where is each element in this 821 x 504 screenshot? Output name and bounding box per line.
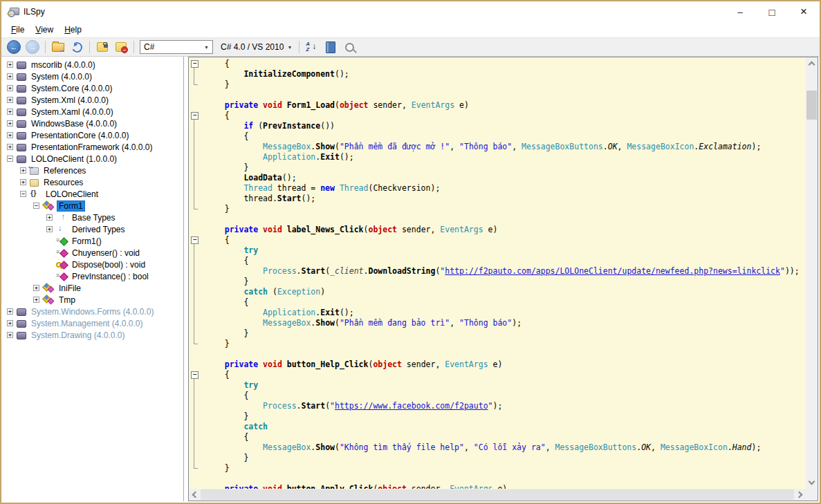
search-button[interactable] — [341, 39, 358, 55]
code-line: − { — [189, 111, 806, 121]
forward-button[interactable]: → — [24, 39, 41, 55]
expand-icon[interactable]: + — [7, 308, 13, 315]
sort-assemblies-button[interactable]: AZ↓ — [304, 39, 320, 55]
menu-help[interactable]: Help — [59, 23, 87, 37]
vertical-scrollbar-thumb[interactable] — [806, 91, 817, 120]
tree-item[interactable]: +PresentationCore (4.0.0.0) — [3, 129, 183, 141]
expand-icon[interactable]: + — [33, 285, 39, 291]
code-text: { — [205, 131, 248, 142]
expand-icon[interactable]: + — [7, 97, 13, 103]
code-text: { — [205, 59, 230, 69]
expand-icon[interactable]: + — [7, 332, 13, 338]
tree-item[interactable]: +Dispose(bool) : void — [3, 259, 183, 270]
tree-item[interactable]: +System (4.0.0.0) — [3, 71, 183, 82]
tree-item[interactable]: +Tmp — [3, 294, 183, 306]
code-line: Application.Exit(); — [189, 152, 806, 162]
refresh-icon — [70, 40, 83, 53]
tree-item-label: System.Xaml (4.0.0.0) — [29, 106, 116, 118]
fold-gutter — [189, 453, 205, 463]
code-line: MessageBox.Show("Phần mềm đang bảo trì",… — [189, 318, 806, 328]
tree-item[interactable]: +Base Types — [3, 212, 183, 223]
language-select[interactable]: C# ▼ — [140, 40, 213, 54]
tree-item[interactable]: +PresentationFramework (4.0.0.0) — [3, 141, 183, 153]
close-button[interactable]: × — [788, 1, 820, 22]
code-text: { — [205, 111, 230, 121]
expand-icon[interactable]: + — [7, 109, 13, 115]
horizontal-scrollbar[interactable] — [189, 489, 806, 501]
code-text: { — [205, 235, 230, 245]
tree-item[interactable]: +System.Core (4.0.0.0) — [3, 82, 183, 94]
maximize-button[interactable]: □ — [756, 1, 788, 22]
decompiled-code-view[interactable]: − { InitializeComponent(); } private voi… — [189, 57, 806, 489]
tree-item[interactable]: +PrevInstance() : bool — [3, 270, 183, 282]
remove-assembly-button[interactable] — [113, 39, 129, 55]
fold-marker[interactable]: − — [189, 59, 205, 69]
expand-icon[interactable]: + — [7, 144, 13, 150]
open-file-button[interactable] — [50, 39, 66, 55]
tree-item[interactable]: −LOLOneClient — [3, 188, 183, 200]
back-button[interactable]: ← — [6, 39, 22, 55]
tree-item[interactable]: +mscorlib (4.0.0.0) — [3, 59, 183, 71]
full-decompile-button[interactable] — [322, 39, 339, 55]
tree-item[interactable]: −LOLOneClient (1.0.0.0) — [3, 153, 183, 165]
tree-item[interactable]: +Resources — [3, 176, 183, 188]
expand-icon[interactable]: + — [7, 120, 13, 127]
open-list-button[interactable] — [94, 39, 111, 55]
tree-item[interactable]: +System.Windows.Forms (4.0.0.0) — [3, 306, 183, 317]
fold-marker[interactable]: − — [189, 111, 205, 121]
scroll-left-icon[interactable] — [192, 492, 199, 498]
code-text: } — [205, 463, 230, 474]
expand-icon[interactable]: + — [20, 179, 26, 185]
fold-gutter — [189, 411, 205, 422]
fold-marker[interactable]: − — [189, 370, 205, 380]
reload-assemblies-button[interactable] — [68, 39, 85, 55]
tree-item[interactable]: +IniFile — [3, 282, 183, 294]
expand-icon[interactable]: + — [7, 73, 13, 80]
assembly-tree[interactable]: +mscorlib (4.0.0.0)+System (4.0.0.0)+Sys… — [3, 57, 184, 501]
hyperlink[interactable]: https://www.facebook.com/f2pauto — [335, 401, 488, 411]
expand-icon[interactable]: + — [20, 167, 26, 174]
references-icon — [30, 167, 39, 175]
tree-item[interactable]: +System.Xaml (4.0.0.0) — [3, 106, 183, 118]
tree-item[interactable]: +Derived Types — [3, 223, 183, 235]
scroll-right-icon[interactable] — [796, 492, 803, 498]
tree-item-label: LOLOneClient (1.0.0.0) — [29, 153, 119, 165]
vertical-scrollbar[interactable] — [806, 57, 818, 489]
collapse-icon[interactable]: − — [20, 191, 26, 197]
tree-item-label: mscorlib (4.0.0.0) — [29, 59, 98, 71]
menu-view[interactable]: View — [30, 23, 59, 37]
horizontal-scrollbar-thumb[interactable] — [201, 489, 794, 500]
tree-item[interactable]: +System.Xml (4.0.0.0) — [3, 94, 183, 106]
scroll-up-icon[interactable] — [809, 62, 815, 68]
ctor-icon — [56, 236, 67, 245]
menu-file[interactable]: File — [6, 23, 30, 37]
expand-icon[interactable]: + — [46, 226, 53, 232]
language-version-select[interactable]: C# 4.0 / VS 2010 ▼ — [215, 40, 295, 54]
expand-icon[interactable]: + — [46, 214, 53, 221]
expand-icon[interactable]: + — [7, 62, 13, 68]
minimize-button[interactable]: – — [724, 1, 756, 22]
code-panel[interactable]: − { InitializeComponent(); } private voi… — [188, 57, 818, 501]
expand-icon[interactable]: + — [7, 132, 13, 138]
tree-item[interactable]: +References — [3, 165, 183, 176]
tree-item-label: WindowsBase (4.0.0.0) — [29, 118, 119, 129]
collapse-icon[interactable]: − — [7, 156, 13, 162]
tree-item[interactable]: +System.Management (4.0.0.0) — [3, 317, 183, 329]
scroll-down-icon[interactable] — [809, 478, 815, 485]
tree-item[interactable]: +Form1() — [3, 235, 183, 247]
fold-gutter — [189, 194, 205, 204]
tree-item[interactable]: +WindowsBase (4.0.0.0) — [3, 118, 183, 129]
tree-item[interactable]: −Form1 — [3, 200, 183, 212]
expand-icon[interactable]: + — [7, 85, 13, 91]
toolbar: ← → C# ▼ C# 4.0 / VS 2010 ▼ AZ↓ — [1, 37, 820, 57]
chevron-down-icon: ▼ — [287, 45, 292, 50]
app-logo-icon — [7, 7, 19, 17]
expand-icon[interactable]: + — [7, 320, 13, 326]
tree-item[interactable]: +Chuyenser() : void — [3, 247, 183, 259]
hyperlink[interactable]: http://f2pauto.com/apps/LOLOneClient/upd… — [445, 266, 780, 276]
tree-item-label: Resources — [41, 177, 85, 188]
tree-item[interactable]: +System.Drawing (4.0.0.0) — [3, 329, 183, 341]
expand-icon[interactable]: + — [33, 297, 39, 303]
fold-marker[interactable]: − — [189, 235, 205, 245]
collapse-icon[interactable]: − — [33, 203, 39, 209]
